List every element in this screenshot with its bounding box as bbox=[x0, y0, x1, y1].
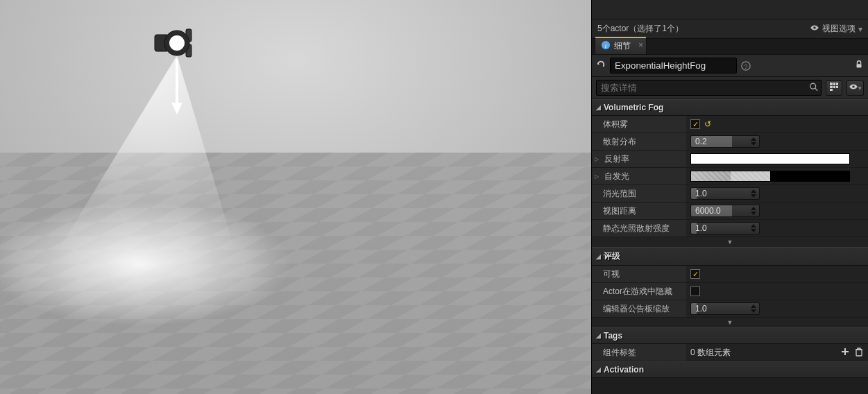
sync-icon[interactable] bbox=[596, 60, 606, 71]
viewport-3d[interactable] bbox=[0, 0, 591, 394]
svg-rect-19 bbox=[857, 64, 862, 67]
svg-marker-37 bbox=[751, 305, 756, 308]
reset-icon[interactable]: ↺ bbox=[704, 119, 711, 129]
label-view-distance: 视图距离 bbox=[592, 203, 686, 219]
label-emissive[interactable]: 自发光 bbox=[592, 168, 686, 185]
svg-rect-24 bbox=[836, 83, 838, 85]
svg-marker-30 bbox=[751, 142, 756, 146]
expand-arrow[interactable]: ▼ bbox=[592, 237, 868, 247]
actor-name-input[interactable] bbox=[610, 58, 737, 74]
section-tags[interactable]: ◢ Tags bbox=[592, 327, 868, 344]
triangle-down-icon: ◢ bbox=[596, 366, 601, 373]
checkbox-volumetric-fog[interactable] bbox=[690, 119, 700, 129]
svg-rect-26 bbox=[833, 86, 835, 88]
spin-static-scatter[interactable]: 1.0 bbox=[690, 222, 760, 234]
label-volumetric-fog: 体积雾 bbox=[592, 116, 686, 132]
grid-icon bbox=[829, 82, 839, 94]
svg-rect-27 bbox=[836, 86, 838, 88]
checkbox-visible[interactable] bbox=[690, 269, 700, 279]
svg-line-21 bbox=[815, 88, 818, 91]
actor-count-label: 5个actor（选择了1个） bbox=[597, 23, 683, 35]
details-panel: 5个actor（选择了1个） 视图选项 ▾ i 细节 × bbox=[591, 0, 868, 394]
svg-text:?: ? bbox=[744, 62, 748, 69]
chevron-down-icon: ▾ bbox=[858, 24, 862, 34]
svg-marker-31 bbox=[751, 189, 756, 193]
spin-scatter-dist[interactable]: 0.2 bbox=[690, 135, 760, 148]
label-albedo[interactable]: 反射率 bbox=[592, 151, 686, 167]
spin-view-distance[interactable]: 6000.0 bbox=[690, 205, 760, 217]
triangle-down-icon: ◢ bbox=[596, 332, 601, 339]
svg-point-14 bbox=[169, 35, 185, 51]
expand-arrow[interactable]: ▼ bbox=[592, 318, 868, 327]
color-emissive[interactable] bbox=[690, 171, 850, 182]
section-activation[interactable]: ◢ Activation bbox=[592, 361, 868, 378]
checkbox-hidden-in-game[interactable] bbox=[690, 286, 700, 296]
svg-rect-39 bbox=[856, 350, 862, 356]
lock-icon[interactable] bbox=[854, 60, 864, 71]
svg-rect-22 bbox=[830, 83, 833, 85]
svg-rect-28 bbox=[830, 89, 833, 91]
svg-marker-35 bbox=[751, 224, 756, 228]
eye-icon bbox=[849, 82, 858, 94]
svg-marker-38 bbox=[751, 309, 756, 313]
label-scatter-dist: 散射分布 bbox=[592, 133, 686, 150]
info-icon: i bbox=[601, 40, 611, 52]
triangle-down-icon: ◢ bbox=[596, 104, 601, 111]
trash-icon[interactable] bbox=[854, 347, 864, 359]
chevron-down-icon: ▾ bbox=[858, 85, 862, 92]
search-icon[interactable] bbox=[809, 82, 819, 94]
svg-marker-33 bbox=[751, 207, 756, 210]
label-hidden-in-game: Actor在游戏中隐藏 bbox=[592, 283, 686, 300]
view-options-button[interactable]: 视图选项 ▾ bbox=[810, 23, 862, 35]
spotlight-gizmo-icon[interactable] bbox=[149, 22, 205, 64]
svg-marker-32 bbox=[751, 194, 756, 198]
section-volumetric-fog[interactable]: ◢ Volumetric Fog bbox=[592, 99, 868, 116]
section-rendering[interactable]: ◢ 评级 bbox=[592, 247, 868, 266]
label-static-scatter: 静态光照散射强度 bbox=[592, 220, 686, 237]
svg-marker-36 bbox=[751, 229, 756, 232]
svg-rect-25 bbox=[830, 86, 833, 88]
triangle-down-icon: ◢ bbox=[596, 253, 601, 260]
svg-marker-29 bbox=[751, 137, 756, 141]
spin-billboard-scale[interactable]: 1.0 bbox=[690, 302, 760, 315]
svg-marker-34 bbox=[751, 212, 756, 215]
plus-icon[interactable] bbox=[840, 347, 850, 359]
help-icon[interactable]: ? bbox=[741, 61, 751, 71]
close-icon[interactable]: × bbox=[638, 40, 643, 50]
spin-extinction[interactable]: 1.0 bbox=[690, 187, 760, 200]
search-input[interactable] bbox=[596, 80, 822, 96]
label-extinction: 消光范围 bbox=[592, 185, 686, 202]
property-matrix-button[interactable] bbox=[826, 80, 842, 96]
svg-rect-23 bbox=[833, 83, 835, 85]
svg-point-20 bbox=[810, 83, 816, 89]
color-albedo[interactable] bbox=[690, 153, 850, 164]
label-billboard-scale: 编辑器公告板缩放 bbox=[592, 300, 686, 317]
tab-details[interactable]: i 细节 × bbox=[595, 37, 647, 54]
label-visible: 可视 bbox=[592, 266, 686, 282]
array-count: 0 数组元素 bbox=[690, 347, 731, 359]
eye-icon bbox=[810, 23, 819, 35]
filter-visibility-button[interactable]: ▾ bbox=[846, 80, 864, 96]
label-comp-tags: 组件标签 bbox=[592, 344, 686, 361]
